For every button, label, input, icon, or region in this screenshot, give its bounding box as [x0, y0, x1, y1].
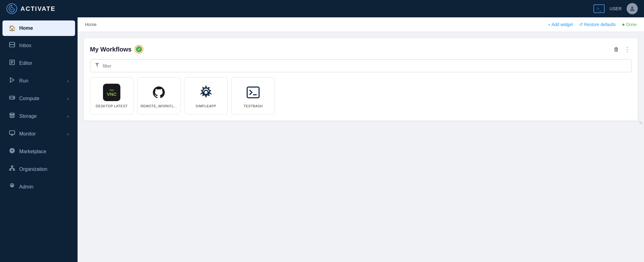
sidebar-item-inbox-label: Inbox — [19, 43, 69, 48]
logo-icon — [6, 3, 17, 14]
svg-point-2 — [631, 7, 633, 9]
sidebar-item-compute-label: Compute — [19, 96, 64, 101]
sidebar-item-editor-label: Editor — [19, 60, 69, 66]
inbox-icon — [9, 42, 16, 49]
user-label: USER — [610, 6, 622, 11]
editor-icon — [9, 59, 16, 67]
svg-point-30 — [204, 90, 208, 94]
admin-icon — [9, 183, 16, 191]
widget-actions: 🗑 ⋮ — [612, 44, 632, 54]
filter-input[interactable] — [103, 63, 627, 69]
sidebar-item-home[interactable]: 🏠 Home — [2, 20, 75, 36]
add-widget-button[interactable]: + Add widget — [548, 22, 573, 27]
svg-rect-14 — [10, 131, 15, 135]
svg-rect-31 — [247, 87, 259, 98]
widget-wrap: My Workflows ✓ 🗑 ⋮ — [78, 32, 644, 127]
breadcrumb: Home — [85, 22, 96, 27]
run-chevron-icon: › — [67, 78, 69, 83]
svg-point-17 — [10, 149, 15, 153]
workflow-item-testbash[interactable]: TESTBASH — [231, 77, 275, 114]
navbar-right: >_ USER — [593, 3, 638, 14]
navbar: ACTIVATE >_ USER — [0, 0, 644, 17]
workflow-label-simpleapp: SIMPLEAPP — [196, 104, 217, 108]
header-actions: + Add widget ↺ Restore defaults ● Done — [548, 22, 637, 27]
svg-point-12 — [13, 97, 14, 98]
content-area: Home + Add widget ↺ Restore defaults ● D… — [78, 17, 644, 262]
monitor-icon — [9, 130, 16, 138]
sidebar-item-organization-label: Organization — [19, 167, 69, 172]
sidebar-item-editor[interactable]: Editor — [2, 55, 75, 71]
done-button[interactable]: ● Done — [622, 22, 637, 27]
sidebar-item-admin-label: Admin — [19, 184, 69, 190]
workflow-item-desktop-latest[interactable]: no VNC DESKTOP LATEST — [90, 77, 133, 114]
status-badge: ✓ — [135, 45, 143, 54]
org-icon — [9, 165, 16, 173]
widget-header: My Workflows ✓ 🗑 ⋮ — [90, 44, 632, 54]
workflow-item-remote-workfl[interactable]: REMOTE_WORKFL... — [137, 77, 181, 114]
resize-handle[interactable]: ⤡ — [639, 120, 643, 126]
svg-point-13 — [10, 113, 15, 115]
status-badge-inner: ✓ — [136, 46, 142, 52]
terminal-icon — [244, 84, 262, 101]
sidebar-item-marketplace-label: Marketplace — [19, 149, 69, 154]
sidebar-item-run[interactable]: Run › — [2, 73, 75, 89]
brand: ACTIVATE — [6, 3, 56, 14]
brand-name: ACTIVATE — [20, 5, 56, 12]
svg-rect-21 — [11, 166, 13, 167]
widget-title: My Workflows — [90, 46, 132, 53]
github-icon — [150, 84, 168, 101]
workflow-label-desktop-latest: DESKTOP LATEST — [96, 104, 128, 108]
svg-rect-22 — [10, 169, 11, 171]
sidebar-item-inbox[interactable]: Inbox — [2, 37, 75, 54]
filter-input-wrap — [90, 59, 632, 72]
terminal-button[interactable]: >_ — [593, 4, 605, 13]
main-layout: 🏠 Home Inbox Editor — [0, 17, 644, 262]
filter-icon — [95, 63, 100, 69]
workflow-label-testbash: TESTBASH — [244, 104, 263, 108]
monitor-chevron-icon: › — [67, 131, 69, 136]
sidebar-item-compute[interactable]: Compute › — [2, 90, 75, 107]
svg-marker-8 — [10, 78, 14, 82]
run-icon — [9, 77, 16, 85]
sidebar-item-run-label: Run — [19, 78, 64, 84]
sidebar-item-monitor-label: Monitor — [19, 131, 64, 137]
widget-title-row: My Workflows ✓ — [90, 45, 143, 54]
done-label: Done — [626, 22, 637, 27]
delete-widget-button[interactable]: 🗑 — [612, 45, 620, 54]
more-options-button[interactable]: ⋮ — [623, 44, 632, 54]
sidebar-item-organization[interactable]: Organization — [2, 161, 75, 177]
globe-icon — [9, 148, 16, 155]
compute-icon — [9, 95, 16, 102]
svg-point-28 — [11, 185, 13, 187]
content-header: Home + Add widget ↺ Restore defaults ● D… — [78, 17, 644, 32]
sidebar-item-storage-label: Storage — [19, 113, 64, 119]
workflow-item-simpleapp[interactable]: SIMPLEAPP — [184, 77, 228, 114]
gear-icon — [197, 84, 215, 101]
home-icon: 🏠 — [9, 25, 16, 32]
workflow-grid: no VNC DESKTOP LATEST REM — [90, 77, 632, 114]
sidebar-item-admin[interactable]: Admin — [2, 179, 75, 195]
sidebar-item-marketplace[interactable]: Marketplace — [2, 143, 75, 160]
done-check-icon: ● — [622, 22, 625, 27]
sidebar: 🏠 Home Inbox Editor — [0, 17, 78, 262]
sidebar-item-storage[interactable]: Storage › — [2, 108, 75, 124]
storage-icon — [9, 112, 16, 120]
svg-point-18 — [11, 149, 13, 153]
workflow-label-remote-workfl: REMOTE_WORKFL... — [141, 104, 177, 108]
avatar[interactable] — [627, 3, 638, 14]
svg-marker-29 — [95, 63, 99, 67]
sidebar-item-monitor[interactable]: Monitor › — [2, 126, 75, 142]
restore-defaults-button[interactable]: ↺ Restore defaults — [579, 22, 616, 27]
novnc-icon: no VNC — [103, 84, 120, 101]
storage-chevron-icon: › — [67, 114, 69, 119]
compute-chevron-icon: › — [67, 96, 69, 101]
sidebar-item-home-label: Home — [19, 25, 69, 31]
widget-card: My Workflows ✓ 🗑 ⋮ — [84, 38, 638, 121]
svg-rect-23 — [13, 169, 15, 171]
svg-point-1 — [11, 7, 13, 10]
